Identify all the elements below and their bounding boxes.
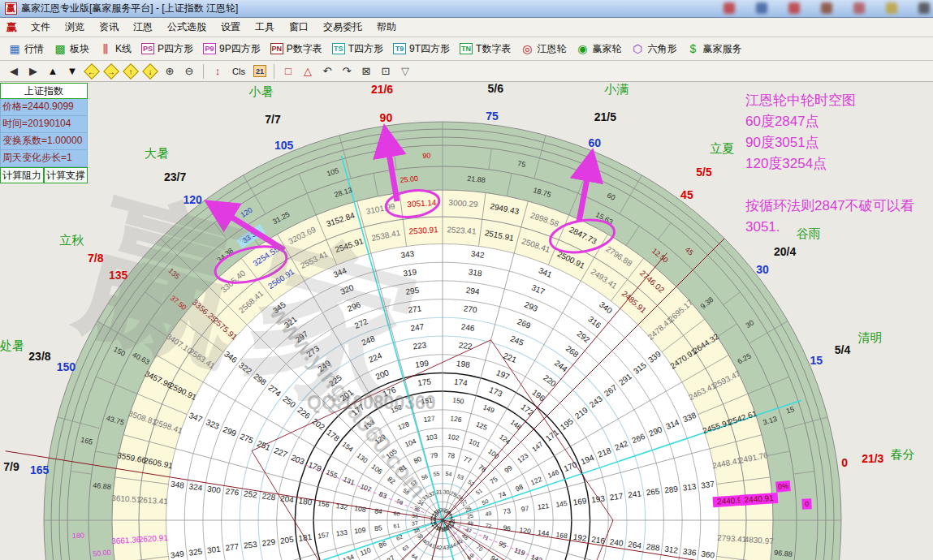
zoom-out-icon[interactable]: ⊖ bbox=[180, 63, 198, 80]
menu-item-0[interactable]: 文件 bbox=[24, 19, 58, 35]
toolbar-button-label: 行情 bbox=[24, 42, 44, 56]
svg-text:0%: 0% bbox=[777, 482, 788, 491]
expand-icon[interactable]: ⊠ bbox=[357, 63, 375, 80]
svg-text:174: 174 bbox=[453, 377, 468, 387]
toolbar-button-label: P四方形 bbox=[158, 42, 193, 56]
analysis-note-line-0: 江恩轮中轮时空图 bbox=[745, 90, 931, 111]
toolbar-button-label: 江恩轮 bbox=[537, 42, 566, 56]
shrink-icon[interactable]: ⊡ bbox=[377, 63, 395, 80]
svg-text:23/8: 23/8 bbox=[28, 350, 50, 363]
svg-text:79: 79 bbox=[430, 451, 438, 460]
svg-text:90: 90 bbox=[422, 152, 430, 160]
toolbar-button-ps[interactable]: PSP四方形 bbox=[136, 41, 198, 58]
analysis-note-line-1: 60度2847点 bbox=[745, 111, 931, 132]
toolbar-button-kline[interactable]: ⫼K线 bbox=[94, 41, 136, 58]
triangle-tool-icon[interactable]: △ bbox=[299, 63, 317, 80]
menubar: 赢 文件浏览资讯江恩公式选股设置工具窗口交易委托帮助 bbox=[0, 18, 933, 37]
svg-text:30: 30 bbox=[443, 489, 450, 495]
rotate-ccw-icon[interactable]: ↶ bbox=[318, 63, 336, 80]
svg-text:228: 228 bbox=[261, 491, 276, 502]
calc-resistance-button[interactable]: 计算阻力 bbox=[0, 167, 44, 183]
svg-text:45: 45 bbox=[680, 188, 693, 201]
nav-up-icon[interactable]: ▲ bbox=[44, 63, 62, 80]
menu-item-6[interactable]: 工具 bbox=[248, 19, 282, 35]
calc-support-button[interactable]: 计算支撑 bbox=[44, 167, 88, 183]
nav-left-icon[interactable]: ◀ bbox=[5, 63, 23, 80]
toolbar-button-dollar[interactable]: $赢家服务 bbox=[681, 41, 746, 58]
pan-down-icon[interactable]: ↓ bbox=[141, 63, 159, 80]
svg-text:319: 319 bbox=[403, 267, 417, 278]
toolbar-button-blocks[interactable]: ▩板块 bbox=[49, 41, 94, 58]
svg-text:295: 295 bbox=[405, 286, 420, 296]
toolbar-button-grid[interactable]: ▦行情 bbox=[3, 41, 49, 58]
svg-text:199: 199 bbox=[415, 359, 430, 369]
toolbar-button-label: 六角形 bbox=[647, 42, 676, 56]
svg-text:301: 301 bbox=[206, 545, 221, 555]
menu-item-1[interactable]: 浏览 bbox=[58, 19, 92, 35]
toolbar-button-p9[interactable]: P99P四方形 bbox=[198, 41, 266, 58]
svg-text:318: 318 bbox=[468, 267, 482, 278]
analysis-note-line-2: 90度3051点 bbox=[745, 132, 931, 153]
menu-item-2[interactable]: 资讯 bbox=[92, 19, 126, 35]
svg-text:165: 165 bbox=[30, 463, 50, 476]
toolbar-button-label: T四方形 bbox=[348, 42, 383, 56]
toolbar-button-ts[interactable]: TST四方形 bbox=[327, 41, 388, 58]
svg-text:60: 60 bbox=[393, 510, 400, 517]
toolbar-button-pn[interactable]: PNP数字表 bbox=[266, 41, 327, 58]
square-tool-icon[interactable]: □ bbox=[279, 63, 297, 80]
pan-up-icon[interactable]: ↑ bbox=[122, 63, 140, 80]
rotate-cw-icon[interactable]: ↷ bbox=[338, 63, 356, 80]
svg-text:5/6: 5/6 bbox=[487, 82, 503, 95]
menu-item-4[interactable]: 公式选股 bbox=[160, 19, 214, 35]
svg-text:春分: 春分 bbox=[890, 447, 914, 461]
clear-icon[interactable]: ▽ bbox=[396, 63, 414, 80]
svg-text:55: 55 bbox=[433, 471, 440, 477]
svg-text:小暑: 小暑 bbox=[248, 84, 274, 98]
svg-text:7/8: 7/8 bbox=[88, 252, 104, 265]
menu-item-9[interactable]: 帮助 bbox=[369, 19, 404, 35]
svg-text:25: 25 bbox=[467, 513, 474, 519]
main-toolbar: ▦行情▩板块⫼K线PSP四方形P99P四方形PNP数字表TST四方形T99T四方… bbox=[0, 37, 933, 61]
svg-text:151: 151 bbox=[421, 396, 434, 406]
cls-button[interactable]: Cls bbox=[228, 63, 249, 80]
menu-item-5[interactable]: 设置 bbox=[214, 19, 248, 35]
tn-icon: TN bbox=[460, 43, 473, 54]
zoom-in-icon[interactable]: ⊕ bbox=[161, 63, 179, 80]
svg-text:37: 37 bbox=[411, 520, 418, 527]
svg-text:180: 180 bbox=[298, 496, 313, 506]
nav-right-icon[interactable]: ▶ bbox=[24, 63, 42, 80]
svg-text:343: 343 bbox=[400, 249, 415, 260]
menu-item-8[interactable]: 交易委托 bbox=[316, 19, 369, 35]
toolbar-button-hexagon[interactable]: ⬡六角形 bbox=[626, 41, 681, 58]
menu-item-7[interactable]: 窗口 bbox=[282, 19, 316, 35]
kline-icon: ⫼ bbox=[99, 43, 112, 55]
toolbar-button-gann-wheel[interactable]: ◎江恩轮 bbox=[516, 41, 571, 58]
toolbar-button-t9[interactable]: T99T四方形 bbox=[388, 41, 455, 58]
svg-text:198: 198 bbox=[456, 359, 470, 369]
blocks-icon: ▩ bbox=[54, 43, 67, 55]
toolbar-button-tn[interactable]: TNT数字表 bbox=[455, 41, 516, 58]
toolbar-button-winner-wheel[interactable]: ◉赢家轮 bbox=[571, 41, 626, 58]
svg-text:150: 150 bbox=[452, 396, 465, 406]
svg-text:96: 96 bbox=[503, 523, 512, 532]
ts-icon: TS bbox=[332, 43, 345, 54]
svg-text:75: 75 bbox=[486, 110, 499, 123]
svg-text:49: 49 bbox=[485, 510, 492, 517]
svg-text:54: 54 bbox=[445, 471, 452, 477]
svg-text:97: 97 bbox=[520, 504, 529, 513]
toolbar-button-label: K线 bbox=[115, 42, 132, 56]
menu-item-3[interactable]: 江恩 bbox=[126, 19, 160, 35]
svg-text:265: 265 bbox=[646, 486, 660, 497]
calendar-icon[interactable]: 21 bbox=[251, 63, 269, 80]
pan-right-icon[interactable]: → bbox=[102, 63, 120, 80]
svg-text:271: 271 bbox=[408, 304, 422, 314]
parameter-row-3: 周天变化步长=1 bbox=[0, 150, 88, 167]
pn-icon: PN bbox=[270, 43, 283, 54]
svg-text:15: 15 bbox=[810, 354, 823, 367]
svg-text:135: 135 bbox=[109, 269, 128, 282]
svg-text:31: 31 bbox=[435, 489, 443, 495]
svg-text:120: 120 bbox=[183, 193, 202, 206]
nav-down-icon[interactable]: ▼ bbox=[63, 63, 81, 80]
updown-icon[interactable]: ↕ bbox=[209, 63, 227, 80]
pan-left-icon[interactable]: ← bbox=[83, 63, 101, 80]
